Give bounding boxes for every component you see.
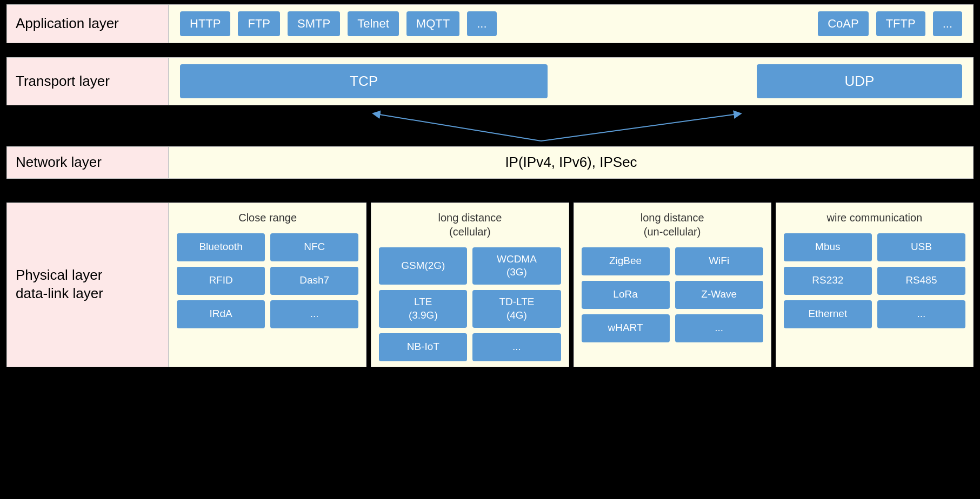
- transport-tcp-box: TCP: [180, 64, 548, 98]
- application-label-text: Application layer: [16, 15, 119, 33]
- physical-layer-content: Close range Bluetooth NFC RFID Dash7 IRd…: [169, 203, 974, 367]
- phy-row-cell-2: LTE(3.9G) TD-LTE(4G): [379, 290, 561, 327]
- application-layer-content: HTTP FTP SMTP Telnet MQTT ... CoAP TFTP …: [169, 4, 974, 43]
- phy-row-2: RFID Dash7: [177, 267, 358, 295]
- phy-group-uncellular: long distance(un-cellular) ZigBee WiFi L…: [574, 203, 771, 367]
- phy-group-uncellular-title: long distance(un-cellular): [582, 208, 763, 242]
- phy-row-cell-1: GSM(2G) WCDMA(3G): [379, 247, 561, 285]
- phy-row-3: IRdA ...: [177, 300, 358, 328]
- svg-line-2: [376, 114, 541, 141]
- phy-group-close-range-title: Close range: [177, 208, 358, 228]
- phy-row-cell-3: NB-IoT ...: [379, 333, 561, 361]
- phy-row-unc-2: LoRa Z-Wave: [582, 281, 763, 309]
- phy-box-bluetooth: Bluetooth: [177, 233, 265, 261]
- phy-box-whart: wHART: [582, 314, 670, 342]
- phy-box-mbus: Mbus: [784, 233, 872, 261]
- phy-box-wcdma: WCDMA(3G): [472, 247, 561, 285]
- physical-layer-row: Physical layer data-link layer Close ran…: [6, 203, 974, 367]
- arrows-svg: [169, 110, 974, 142]
- phy-box-rs232: RS232: [784, 267, 872, 295]
- app-box-smtp: SMTP: [288, 11, 340, 36]
- network-label-text: Network layer: [16, 153, 102, 172]
- phy-group-cellular: long distance(cellular) GSM(2G) WCDMA(3G…: [371, 203, 569, 367]
- phy-box-wifi: WiFi: [675, 247, 763, 275]
- app-box-ellipsis2: ...: [933, 11, 962, 36]
- phy-row-unc-1: ZigBee WiFi: [582, 247, 763, 275]
- phy-row-wire-1: Mbus USB: [784, 233, 965, 261]
- phy-box-nbiot: NB-IoT: [379, 333, 467, 361]
- app-box-http: HTTP: [180, 11, 230, 36]
- phy-box-ellipsis-cr: ...: [270, 300, 358, 328]
- network-layer-content: IP(IPv4, IPv6), IPSec: [169, 146, 974, 179]
- phy-box-ellipsis-unc: ...: [675, 314, 763, 342]
- phy-box-lte: LTE(3.9G): [379, 290, 467, 327]
- transport-layer-row: Transport layer TCP UDP: [6, 57, 974, 105]
- svg-line-3: [541, 114, 738, 141]
- network-layer-label: Network layer: [6, 146, 169, 179]
- phy-row-wire-3: Ethernet ...: [784, 300, 965, 328]
- phy-box-lora: LoRa: [582, 281, 670, 309]
- application-layer-label: Application layer: [6, 4, 169, 43]
- transport-udp-box: UDP: [757, 64, 962, 98]
- phy-box-ellipsis-wire: ...: [877, 300, 965, 328]
- phy-row-wire-2: RS232 RS485: [784, 267, 965, 295]
- phy-box-zwave: Z-Wave: [675, 281, 763, 309]
- app-box-tftp: TFTP: [876, 11, 925, 36]
- application-layer-row: Application layer HTTP FTP SMTP Telnet M…: [6, 4, 974, 43]
- app-box-ftp: FTP: [238, 11, 280, 36]
- phy-row-1: Bluetooth NFC: [177, 233, 358, 261]
- phy-box-dash7: Dash7: [270, 267, 358, 295]
- phy-row-unc-3: wHART ...: [582, 314, 763, 342]
- network-layer-row: Network layer IP(IPv4, IPv6), IPSec: [6, 146, 974, 179]
- arrow-row: [6, 110, 974, 142]
- phy-box-usb: USB: [877, 233, 965, 261]
- phy-group-wire: wire communication Mbus USB RS232 RS485 …: [776, 203, 974, 367]
- phy-box-ellipsis-cell: ...: [472, 333, 561, 361]
- phy-box-tdlte: TD-LTE(4G): [472, 290, 561, 327]
- phy-box-rs485: RS485: [877, 267, 965, 295]
- transport-layer-label: Transport layer: [6, 57, 169, 105]
- phy-box-rfid: RFID: [177, 267, 265, 295]
- phy-box-ethernet: Ethernet: [784, 300, 872, 328]
- phy-box-gsm: GSM(2G): [379, 247, 467, 285]
- phy-box-zigbee: ZigBee: [582, 247, 670, 275]
- transport-label-text: Transport layer: [16, 72, 110, 91]
- app-box-ellipsis1: ...: [467, 11, 496, 36]
- network-content-text: IP(IPv4, IPv6), IPSec: [180, 154, 962, 171]
- app-box-telnet: Telnet: [348, 11, 399, 36]
- app-box-mqtt: MQTT: [406, 11, 459, 36]
- diagram-container: Application layer HTTP FTP SMTP Telnet M…: [0, 0, 980, 372]
- phy-box-irda: IRdA: [177, 300, 265, 328]
- phy-group-close-range: Close range Bluetooth NFC RFID Dash7 IRd…: [169, 203, 366, 367]
- transport-layer-content: TCP UDP: [169, 57, 974, 105]
- app-box-coap: CoAP: [818, 11, 868, 36]
- physical-layer-label: Physical layer data-link layer: [6, 203, 169, 367]
- phy-group-wire-title: wire communication: [784, 208, 965, 228]
- phy-group-cellular-title: long distance(cellular): [379, 208, 561, 242]
- phy-box-nfc: NFC: [270, 233, 358, 261]
